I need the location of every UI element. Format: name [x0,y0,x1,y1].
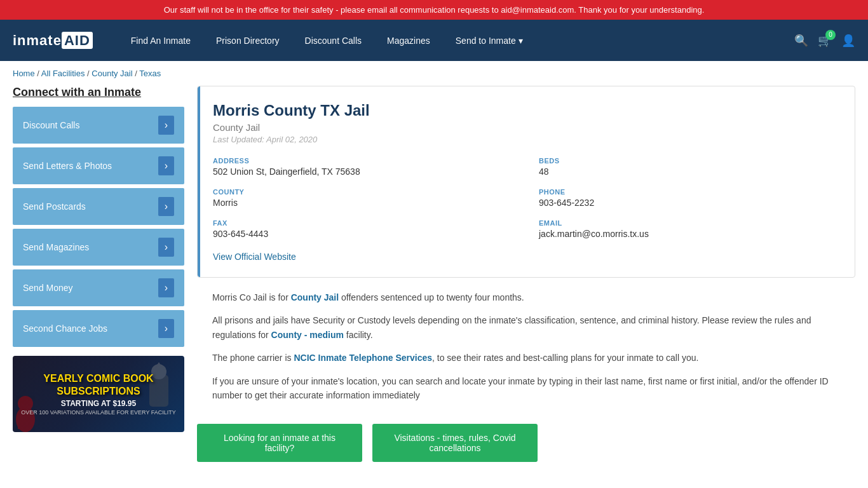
description-section: Morris Co Jail is for County Jail offend… [197,290,855,424]
sidebar-ad[interactable]: YEARLY COMIC BOOKSUBSCRIPTIONS STARTING … [13,356,184,432]
looking-for-inmate-button[interactable]: Looking for an inmate at this facility? [197,424,362,462]
description-para1: Morris Co Jail is for County Jail offend… [212,290,840,304]
chevron-right-icon: › [158,156,174,175]
sidebar-send-postcards[interactable]: Send Postcards › [13,188,184,225]
nav-prison-directory[interactable]: Prison Directory [203,20,292,61]
info-grid: ADDRESS 502 Union St, Daingerfield, TX 7… [213,157,839,239]
chevron-right-icon: › [158,319,174,338]
chevron-right-icon: › [158,278,174,297]
breadcrumb-texas[interactable]: Texas [139,69,161,78]
beds-block: BEDS 48 [539,157,839,177]
ncic-link[interactable]: NCIC Inmate Telephone Services [294,353,432,363]
county-value: Morris [213,198,513,208]
sidebar-send-money[interactable]: Send Money › [13,269,184,306]
address-block: ADDRESS 502 Union St, Daingerfield, TX 7… [213,157,513,177]
main-layout: Connect with an Inmate Discount Calls › … [0,86,868,488]
breadcrumb-all-facilities[interactable]: All Facilities [41,69,85,78]
logo-text: inmateAID [13,32,93,49]
chevron-right-icon: › [158,238,174,257]
county-jail-link[interactable]: County Jail [291,292,339,302]
description-para2: All prisons and jails have Security or C… [212,313,840,342]
sidebar-send-magazines[interactable]: Send Magazines › [13,229,184,266]
cart-button[interactable]: 🛒 0 [818,34,832,48]
phone-block: PHONE 903-645-2232 [539,188,839,208]
address-value: 502 Union St, Daingerfield, TX 75638 [213,166,513,177]
sidebar-discount-calls[interactable]: Discount Calls › [13,107,184,144]
navbar: inmateAID Find An Inmate Prison Director… [0,20,868,61]
description-para4: If you are unsure of your inmate's locat… [212,374,840,403]
sidebar-send-letters[interactable]: Send Letters & Photos › [13,147,184,184]
sidebar-send-money-label: Send Money [23,283,73,293]
beds-value: 48 [539,166,839,177]
action-buttons: Looking for an inmate at this facility? … [197,424,855,475]
sidebar-send-magazines-label: Send Magazines [23,242,89,252]
user-button[interactable]: 👤 [841,34,855,48]
fax-value: 903-645-4443 [213,229,513,239]
email-block: EMAIL jack.martin@co.morris.tx.us [539,219,839,239]
sidebar: Connect with an Inmate Discount Calls › … [13,86,184,475]
nav-send-to-inmate[interactable]: Send to Inmate ▾ [443,20,536,61]
cart-badge: 0 [825,30,836,40]
sidebar-second-chance-jobs-label: Second Chance Jobs [23,323,107,334]
ad-note: OVER 100 VARIATIONS AVAILABLE FOR EVERY … [21,409,176,416]
email-value: jack.martin@co.morris.tx.us [539,229,839,239]
logo-prefix: inmate [13,32,62,48]
county-medium-link[interactable]: County - medium [271,330,344,340]
breadcrumb-county-jail[interactable]: County Jail [92,69,132,78]
official-website-link[interactable]: View Official Website [213,252,296,262]
chevron-right-icon: › [158,116,174,135]
county-block: COUNTY Morris [213,188,513,208]
search-button[interactable]: 🔍 [794,34,808,48]
logo-suffix: AID [62,32,93,49]
visitations-button[interactable]: Visitations - times, rules, Covid cancel… [372,424,538,462]
fax-label: FAX [213,219,513,227]
alert-banner: Our staff will not be in the office for … [0,0,868,20]
breadcrumb: Home / All Facilities / County Jail / Te… [0,61,868,86]
content-area: Morris County TX Jail County Jail Last U… [197,86,855,475]
sidebar-title: Connect with an Inmate [13,86,184,99]
nav-links: Find An Inmate Prison Directory Discount… [118,20,794,61]
fax-block: FAX 903-645-4443 [213,219,513,239]
county-label: COUNTY [213,188,513,196]
sidebar-send-postcards-label: Send Postcards [23,201,86,212]
sidebar-discount-calls-label: Discount Calls [23,120,79,130]
chevron-right-icon: › [158,197,174,216]
facility-updated: Last Updated: April 02, 2020 [213,135,839,144]
beds-label: BEDS [539,157,839,165]
nav-icons: 🔍 🛒 0 👤 [794,34,855,48]
logo[interactable]: inmateAID [13,32,93,49]
sidebar-second-chance-jobs[interactable]: Second Chance Jobs › [13,310,184,347]
phone-value: 903-645-2232 [539,198,839,208]
description-para3: The phone carrier is NCIC Inmate Telepho… [212,351,840,365]
facility-name: Morris County TX Jail [213,102,839,119]
nav-magazines[interactable]: Magazines [374,20,443,61]
ad-title: YEARLY COMIC BOOKSUBSCRIPTIONS [21,372,176,396]
ad-content: YEARLY COMIC BOOKSUBSCRIPTIONS STARTING … [15,366,182,421]
facility-card: Morris County TX Jail County Jail Last U… [197,86,855,278]
facility-type: County Jail [213,122,839,133]
address-label: ADDRESS [213,157,513,165]
email-label: EMAIL [539,219,839,227]
breadcrumb-home[interactable]: Home [13,69,35,78]
nav-find-inmate[interactable]: Find An Inmate [118,20,203,61]
nav-discount-calls[interactable]: Discount Calls [292,20,374,61]
alert-text: Our staff will not be in the office for … [164,5,705,15]
sidebar-send-letters-label: Send Letters & Photos [23,161,112,171]
ad-price: STARTING AT $19.95 [21,399,176,408]
phone-label: PHONE [539,188,839,196]
